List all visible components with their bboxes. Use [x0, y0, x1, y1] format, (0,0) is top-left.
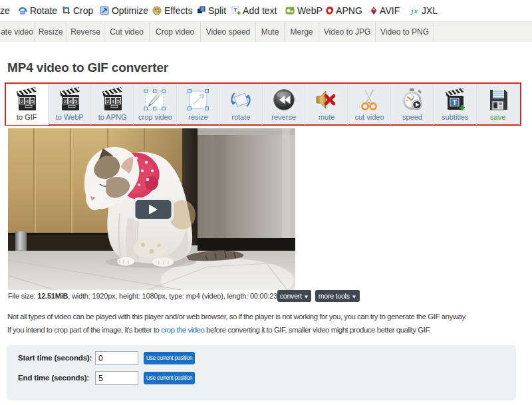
svg-text:4: 4 [68, 98, 72, 104]
svg-text:T: T [452, 98, 457, 106]
svg-text:2: 2 [63, 98, 66, 104]
svg-text:5: 5 [74, 98, 77, 104]
svg-text:5: 5 [117, 98, 120, 104]
svg-text:2: 2 [21, 98, 24, 104]
svg-text:5: 5 [31, 98, 35, 104]
svg-text:4: 4 [112, 98, 115, 104]
svg-text:4: 4 [26, 98, 29, 104]
svg-text:2: 2 [106, 98, 110, 104]
svg-text:jxl: jxl [410, 9, 419, 15]
